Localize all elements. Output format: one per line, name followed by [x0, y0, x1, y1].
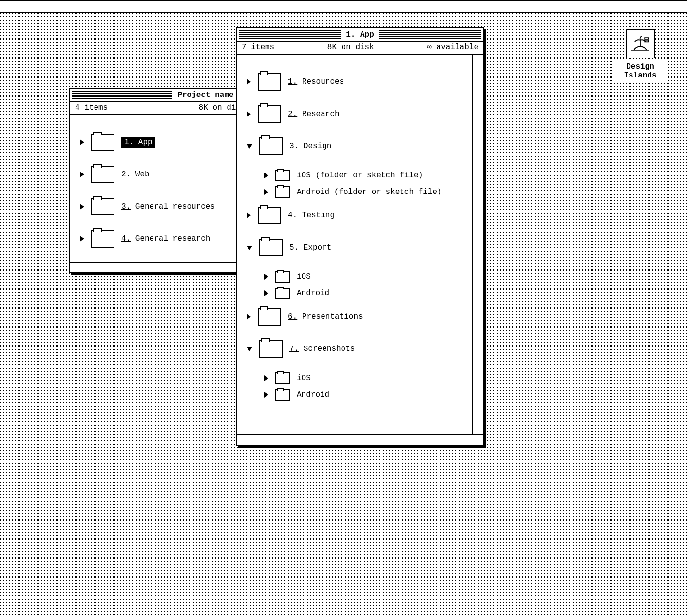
item-label: Android [297, 289, 329, 298]
item-number: 3. [121, 202, 131, 211]
item-label: Android (folder or sketch file) [297, 188, 442, 196]
list-item[interactable]: Android [247, 288, 467, 299]
window-title: Project name [172, 91, 238, 99]
item-name: Design [299, 142, 331, 151]
list-item[interactable]: 6. Presentations [247, 308, 467, 326]
chevron-right-icon[interactable] [247, 314, 251, 320]
folder-icon [258, 105, 281, 123]
chevron-down-icon[interactable] [247, 246, 252, 250]
list-item[interactable]: Android (folder or sketch file) [247, 186, 467, 198]
chevron-right-icon[interactable] [264, 189, 268, 195]
chevron-right-icon[interactable] [247, 79, 251, 85]
list-item[interactable]: 2. Research [247, 105, 467, 123]
item-number: 1. [288, 77, 297, 86]
chevron-right-icon[interactable] [247, 212, 251, 218]
chevron-right-icon[interactable] [264, 274, 268, 280]
item-label: 3. Design [289, 142, 331, 151]
chevron-right-icon[interactable] [264, 375, 268, 381]
desktop-icon-design-islands[interactable]: Design Islands [613, 29, 668, 81]
list-item[interactable]: Android [247, 389, 467, 401]
chevron-right-icon[interactable] [80, 172, 84, 177]
scrollbar-horizontal[interactable] [237, 434, 483, 445]
folder-icon [91, 166, 114, 183]
list-item[interactable]: 5. Export [247, 239, 467, 256]
window-app[interactable]: 1. App 7 items 8K on disk ∞ available 1.… [236, 27, 484, 446]
item-number: 2. [288, 110, 297, 118]
chevron-right-icon[interactable] [264, 173, 268, 178]
item-label: Android [297, 390, 329, 399]
list-item[interactable]: 1. Resources [247, 73, 467, 91]
item-name: Testing [297, 211, 335, 220]
chevron-right-icon[interactable] [264, 290, 268, 296]
item-label: 7. Screenshots [289, 345, 355, 353]
list-item[interactable]: 7. Screenshots [247, 340, 467, 358]
svg-rect-0 [645, 38, 648, 39]
item-number: 4. [288, 211, 297, 220]
list-item[interactable]: iOS (folder or sketch file) [247, 170, 467, 181]
folder-icon [275, 389, 290, 401]
folder-icon [91, 198, 114, 215]
folder-icon [275, 170, 290, 181]
item-name: General research [131, 234, 210, 243]
item-name: Export [299, 243, 331, 252]
folder-icon [258, 73, 281, 91]
list-item[interactable]: iOS [247, 372, 467, 384]
chevron-right-icon[interactable] [264, 392, 268, 398]
item-number: 1. [124, 138, 134, 147]
item-name: Research [297, 110, 339, 118]
item-name: App [134, 138, 152, 147]
item-label: 1. Resources [288, 77, 344, 86]
folder-icon [91, 134, 114, 151]
item-number: 5. [289, 243, 299, 252]
folder-icon [275, 288, 290, 299]
item-count: 7 items [242, 43, 274, 52]
titlebar[interactable]: 1. App [237, 28, 483, 42]
item-number: 4. [121, 234, 131, 243]
chevron-right-icon[interactable] [80, 204, 84, 210]
chevron-down-icon[interactable] [247, 347, 252, 351]
window-title: 1. App [341, 30, 379, 39]
folder-icon [275, 271, 290, 283]
item-label: 1. App [121, 137, 155, 148]
item-label: 3. General resources [121, 202, 215, 211]
item-label: 4. Testing [288, 211, 335, 220]
folder-icon [259, 239, 283, 256]
item-number: 3. [289, 142, 299, 151]
window-content[interactable]: 1. Resources2. Research3. DesigniOS (fol… [237, 55, 483, 415]
item-label: iOS (folder or sketch file) [297, 171, 423, 180]
folder-icon [275, 186, 290, 198]
folder-icon [258, 207, 281, 224]
item-label: 2. Research [288, 110, 340, 118]
list-item[interactable]: 3. Design [247, 137, 467, 155]
folder-icon [91, 230, 114, 248]
list-item[interactable]: 4. Testing [247, 207, 467, 224]
chevron-right-icon[interactable] [247, 111, 251, 117]
item-label: iOS [297, 272, 311, 281]
item-label: 5. Export [289, 243, 331, 252]
desktop-icon-label: Design Islands [613, 61, 668, 81]
item-name: General resources [131, 202, 215, 211]
chevron-right-icon[interactable] [80, 139, 84, 145]
folder-icon [275, 372, 290, 384]
item-number: 2. [121, 170, 131, 179]
item-label: 2. Web [121, 170, 150, 179]
item-name: Presentations [297, 312, 363, 321]
folder-icon [258, 308, 281, 326]
item-count: 4 items [75, 103, 108, 112]
menu-bar[interactable] [0, 0, 687, 13]
item-name: Resources [297, 77, 344, 86]
item-name: Screenshots [299, 345, 355, 353]
disk-available: ∞ available [427, 43, 478, 52]
chevron-down-icon[interactable] [247, 144, 252, 149]
chevron-right-icon[interactable] [80, 236, 84, 242]
item-number: 6. [288, 312, 297, 321]
item-label: iOS [297, 374, 311, 383]
item-name: Web [131, 170, 149, 179]
item-label: 4. General research [121, 234, 210, 243]
info-bar: 7 items 8K on disk ∞ available [237, 42, 483, 55]
folder-icon [259, 137, 283, 155]
list-item[interactable]: iOS [247, 271, 467, 283]
island-icon [626, 29, 655, 58]
item-number: 7. [289, 345, 299, 353]
scrollbar-vertical[interactable] [472, 55, 483, 435]
